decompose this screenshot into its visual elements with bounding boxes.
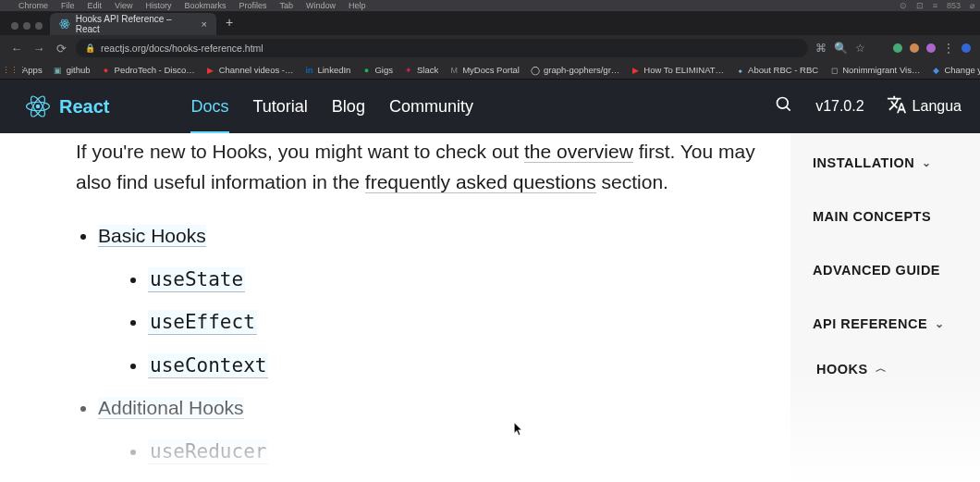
extension-icon[interactable]: [893, 43, 902, 53]
lock-icon: 🔒: [85, 43, 95, 53]
menubar-icon: ⊙: [900, 1, 907, 10]
window-controls[interactable]: [7, 22, 50, 35]
site-icon: ◻: [829, 66, 839, 75]
bookmark-item[interactable]: ◯graph-gophers/gr…: [531, 65, 619, 75]
toc-item: useEffect: [148, 307, 763, 338]
back-button[interactable]: ←: [9, 42, 24, 56]
bookmark-item[interactable]: ●PedroTech - Disco…: [102, 65, 195, 75]
tab-close-icon[interactable]: ×: [202, 19, 207, 30]
forward-button[interactable]: →: [31, 42, 46, 56]
github-icon: ◯: [531, 66, 540, 75]
slack-icon: ✦: [404, 66, 413, 75]
apps-icon: ⋮⋮⋮: [9, 66, 18, 75]
nav-tutorial[interactable]: Tutorial: [253, 97, 308, 117]
bookmark-item[interactable]: MMyDocs Portal: [449, 65, 520, 75]
mac-menu-item[interactable]: View: [115, 1, 132, 10]
bookmark-item[interactable]: ◻Nonimmigrant Vis…: [829, 65, 920, 75]
language-switcher[interactable]: Langua: [887, 94, 962, 119]
mac-menu-item[interactable]: Tab: [279, 1, 293, 10]
search-icon[interactable]: [775, 95, 793, 118]
bookmark-item[interactable]: ●Gigs: [361, 65, 393, 75]
nav-docs[interactable]: Docs: [190, 97, 228, 117]
close-window-icon[interactable]: [11, 22, 18, 30]
linkedin-icon: in: [304, 66, 313, 75]
bookmark-item[interactable]: ▶Channel videos -…: [206, 65, 294, 75]
profile-avatar-icon[interactable]: [962, 43, 971, 53]
zoom-icon[interactable]: 🔍: [834, 42, 848, 55]
react-logo-icon: [26, 94, 50, 118]
main-content: If you're new to Hooks, you might want t…: [0, 133, 790, 482]
tab-title: Hooks API Reference – React: [76, 14, 196, 34]
toc-group-link[interactable]: Basic Hooks: [98, 225, 206, 247]
bookmark-apps[interactable]: ⋮⋮⋮Apps: [9, 65, 43, 75]
site-icon: ●: [361, 66, 371, 75]
sidebar-section-main-concepts[interactable]: MAIN CONCEPTS: [813, 209, 980, 224]
bookmark-item[interactable]: ▣github: [54, 65, 91, 75]
site-icon: M: [449, 66, 459, 75]
sidebar-section-advanced-guides[interactable]: ADVANCED GUIDE: [813, 263, 980, 278]
menubar-icon: ≡: [933, 1, 937, 10]
youtube-icon: ▶: [631, 66, 640, 75]
mac-menu-item[interactable]: Profiles: [239, 1, 266, 10]
nav-community[interactable]: Community: [389, 97, 473, 117]
toc-group-link[interactable]: Additional Hooks: [98, 397, 244, 419]
toc-link-useeffect[interactable]: useEffect: [148, 310, 257, 335]
nav-blog[interactable]: Blog: [332, 97, 365, 117]
youtube-icon: ▶: [206, 66, 215, 75]
folder-icon: ▣: [54, 66, 63, 75]
bookmark-item[interactable]: ◆Change your nam…: [931, 65, 980, 75]
link-overview[interactable]: the overview: [524, 141, 633, 163]
bookmark-item[interactable]: ▶How To ELIMINAT…: [631, 65, 724, 75]
toc-item: useReducer: [148, 437, 763, 467]
toc-link-usereducer[interactable]: useReducer: [148, 439, 268, 464]
primary-nav: Docs Tutorial Blog Community: [190, 97, 472, 117]
menubar-battery: 853: [947, 1, 961, 10]
sidebar-subsection-hooks[interactable]: HOOKS ︿: [813, 361, 980, 377]
mac-menu-item[interactable]: History: [145, 1, 171, 10]
bookmarks-bar: ⋮⋮⋮Apps ▣github ●PedroTech - Disco… ▶Cha…: [0, 61, 980, 80]
star-bookmark-icon[interactable]: ☆: [855, 42, 865, 55]
page-body: If you're new to Hooks, you might want t…: [0, 133, 980, 482]
sidebar-section-installation[interactable]: INSTALLATION ⌄: [813, 155, 980, 170]
mac-menu-item[interactable]: Bookmarks: [184, 1, 226, 10]
maximize-window-icon[interactable]: [35, 22, 43, 30]
chevron-down-icon: ⌄: [922, 156, 932, 169]
address-bar-row: ← → ⟳ 🔒 reactjs.org/docs/hooks-reference…: [0, 35, 980, 61]
sidebar-section-api-reference[interactable]: API REFERENCE ⌄: [813, 316, 980, 331]
mac-menu-item[interactable]: Edit: [88, 1, 103, 10]
site-header: React Docs Tutorial Blog Community v17.0…: [0, 80, 980, 133]
tab-strip: Hooks API Reference – React × +: [0, 12, 980, 35]
react-logo[interactable]: React: [26, 94, 109, 118]
reload-button[interactable]: ⟳: [54, 42, 68, 56]
minimize-window-icon[interactable]: [23, 22, 31, 30]
intro-paragraph: If you're new to Hooks, you might want t…: [76, 137, 763, 197]
site-icon: ●: [102, 66, 111, 75]
keyboard-shortcut-icon: ⌘: [815, 42, 827, 55]
browser-tab[interactable]: Hooks API Reference – React ×: [50, 13, 216, 35]
menubar-icon: ⊡: [916, 1, 924, 10]
menubar-icon: ⌀: [970, 1, 974, 10]
address-bar[interactable]: 🔒 reactjs.org/docs/hooks-reference.html: [76, 39, 808, 57]
extension-icon[interactable]: [926, 43, 936, 53]
svg-point-0: [64, 23, 66, 25]
mac-menu-item[interactable]: File: [61, 1, 75, 10]
site-icon: ◆: [931, 66, 940, 75]
bookmark-item[interactable]: inLinkedIn: [304, 65, 350, 75]
toc-list: Basic Hooks useState useEffect useContex…: [76, 221, 763, 482]
chevron-down-icon: ⌄: [935, 317, 945, 330]
toc-link-usecontext[interactable]: useContext: [148, 353, 268, 378]
version-label[interactable]: v17.0.2: [815, 98, 864, 115]
mac-menu-item[interactable]: Chrome: [18, 1, 48, 10]
new-tab-button[interactable]: +: [216, 11, 242, 35]
bookmark-item[interactable]: ⬥About RBC - RBC: [735, 65, 818, 75]
mac-menu-item[interactable]: Help: [349, 1, 366, 10]
mac-menu-item[interactable]: Window: [306, 1, 336, 10]
toc-link-usestate[interactable]: useState: [148, 267, 245, 292]
toc-group: Basic Hooks useState useEffect useContex…: [98, 221, 763, 380]
bookmark-item[interactable]: ✦Slack: [404, 65, 438, 75]
link-faq[interactable]: frequently asked questions: [365, 171, 596, 193]
header-right: v17.0.2 Langua: [775, 94, 962, 119]
extension-icon[interactable]: [910, 43, 919, 53]
extensions-menu-icon[interactable]: ⋮: [943, 42, 954, 55]
svg-line-9: [787, 106, 790, 110]
